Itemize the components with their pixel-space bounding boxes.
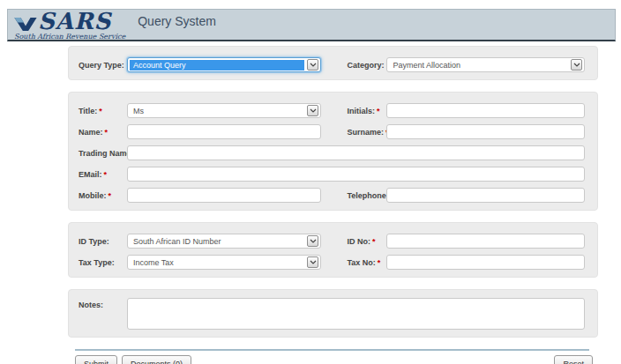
mobile-label: Mobile:*: [79, 191, 127, 200]
email-label: EMail:*: [79, 170, 127, 179]
submit-button[interactable]: Submit: [75, 355, 117, 364]
tax-no-label: Tax No:*: [347, 258, 386, 267]
id-no-input[interactable]: [386, 234, 585, 249]
email-input[interactable]: [127, 167, 585, 182]
button-row: Submit Documents (0) Reset: [75, 355, 593, 364]
chevron-down-icon: [571, 59, 582, 71]
footer-divider: [75, 349, 589, 351]
id-no-label: ID No:*: [347, 237, 386, 246]
name-surname-row: Name:* Surname:*: [79, 124, 585, 139]
required-mark: *: [105, 128, 108, 137]
query-row: Query Type: Account Query Category: Paym…: [79, 57, 585, 72]
query-type-label: Query Type:: [79, 61, 127, 70]
query-type-select[interactable]: Account Query: [127, 57, 322, 72]
mobile-telephone-row: Mobile:* Telephone:: [79, 188, 585, 203]
required-mark: *: [108, 191, 112, 200]
header: SARS South African Revenue Service Query…: [7, 9, 616, 41]
category-value: Payment Allocation: [389, 60, 568, 71]
telephone-input[interactable]: [386, 188, 585, 203]
surname-label: Surname:*: [347, 128, 386, 137]
brand-name: SARS: [38, 10, 111, 33]
title-value: Ms: [130, 106, 305, 116]
title-select[interactable]: Ms: [127, 103, 322, 118]
tax-type-select[interactable]: Income Tax: [127, 255, 322, 270]
id-type-label: ID Type:: [79, 237, 127, 246]
mobile-input[interactable]: [127, 188, 322, 203]
required-mark: *: [372, 237, 376, 246]
required-mark: *: [378, 258, 381, 267]
name-label: Name:*: [79, 128, 127, 137]
tax-row: Tax Type: Income Tax Tax No:*: [79, 255, 585, 270]
required-mark: *: [99, 107, 102, 115]
trading-name-row: Trading Name:: [79, 145, 585, 160]
personal-details-panel: Title:* Ms Initials:* Name:* Surname:* T…: [68, 92, 598, 211]
initials-input[interactable]: [386, 103, 585, 118]
form-content: Query Type: Account Query Category: Paym…: [0, 46, 621, 364]
trading-name-label: Trading Name:: [79, 149, 127, 158]
notes-textarea[interactable]: [127, 298, 585, 330]
id-type-value: South African ID Number: [130, 236, 305, 247]
reset-button[interactable]: Reset: [554, 355, 593, 364]
email-row: EMail:*: [79, 167, 585, 182]
title-initials-row: Title:* Ms Initials:*: [79, 103, 585, 118]
initials-label: Initials:*: [347, 107, 386, 115]
chevron-down-icon: [307, 59, 318, 71]
documents-button[interactable]: Documents (0): [122, 355, 191, 364]
trading-name-input[interactable]: [127, 145, 585, 160]
name-input[interactable]: [127, 124, 322, 139]
notes-label: Notes:: [79, 298, 127, 309]
tax-type-value: Income Tax: [130, 257, 305, 268]
id-type-select[interactable]: South African ID Number: [127, 234, 322, 249]
chevron-down-icon: [307, 235, 318, 247]
id-tax-panel: ID Type: South African ID Number ID No:*…: [68, 222, 598, 278]
required-mark: *: [104, 170, 108, 179]
query-type-value: Account Query: [130, 60, 305, 71]
notes-row: Notes:: [79, 298, 585, 330]
sars-logo: SARS South African Revenue Service: [14, 10, 125, 41]
required-mark: *: [377, 107, 380, 115]
chevron-down-icon: [307, 105, 318, 116]
chevron-down-icon: [307, 256, 318, 268]
telephone-label: Telephone:: [347, 191, 386, 200]
id-row: ID Type: South African ID Number ID No:*: [79, 234, 585, 249]
sars-checkmark-icon: [14, 18, 37, 31]
tax-type-label: Tax Type:: [79, 258, 127, 267]
page-title: Query System: [138, 14, 216, 28]
tax-no-input[interactable]: [386, 255, 585, 270]
notes-panel: Notes:: [68, 289, 598, 338]
brand-tagline: South African Revenue Service: [14, 33, 125, 41]
query-type-panel: Query Type: Account Query Category: Paym…: [68, 46, 598, 80]
category-select[interactable]: Payment Allocation: [386, 57, 585, 72]
surname-input[interactable]: [386, 124, 585, 139]
title-label: Title:*: [79, 107, 127, 115]
category-label: Category:: [347, 61, 386, 70]
